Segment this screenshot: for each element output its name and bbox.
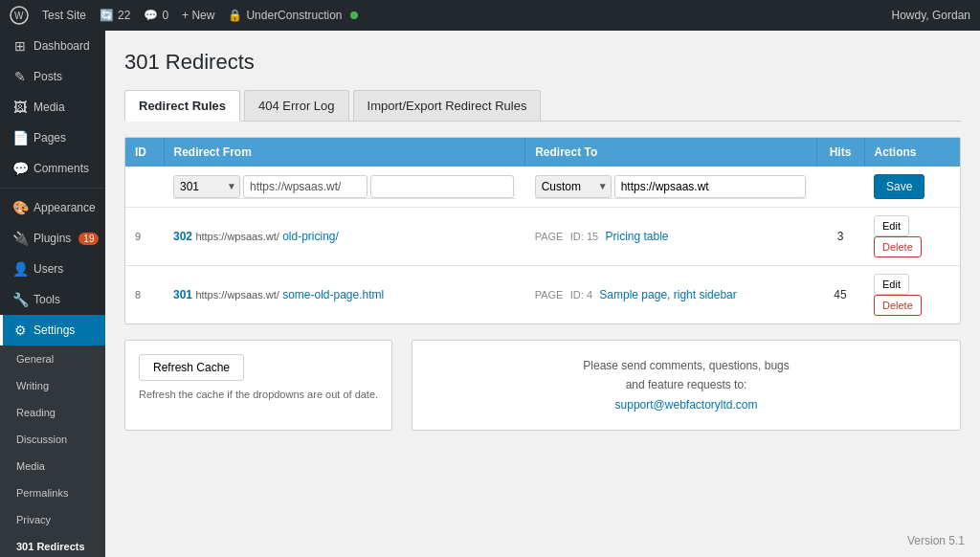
- to-url-input[interactable]: [614, 175, 806, 198]
- underconstruction-link[interactable]: 🔒 UnderConstruction: [228, 9, 357, 22]
- row2-id-value: 8: [135, 289, 141, 301]
- support-email-link[interactable]: support@webfactoryltd.com: [615, 398, 758, 412]
- posts-icon: ✎: [12, 69, 28, 84]
- page-title: 301 Redirects: [124, 50, 961, 75]
- to-type-select[interactable]: Custom Page Post: [535, 175, 612, 198]
- row2-edit-button[interactable]: Edit: [874, 274, 909, 295]
- sidebar-item-settings[interactable]: ⚙ Settings: [0, 315, 105, 345]
- row1-delete-button[interactable]: Delete: [874, 236, 922, 257]
- general-sub-label: General: [16, 353, 54, 365]
- submenu-item-media[interactable]: Media: [0, 453, 105, 479]
- status-indicator: [350, 11, 358, 19]
- sidebar-item-appearance[interactable]: 🎨 Appearance: [0, 192, 105, 223]
- submenu-item-reading[interactable]: Reading: [0, 399, 105, 426]
- pages-icon: 📄: [12, 130, 28, 145]
- row2-from-url: https://wpsaas.wt/: [195, 289, 278, 301]
- privacy-sub-label: Privacy: [16, 514, 51, 525]
- submenu-item-writing[interactable]: Writing: [0, 372, 105, 399]
- row1-to-type: PAGE: [535, 231, 564, 242]
- users-label: Users: [33, 262, 63, 276]
- wp-logo-link[interactable]: W: [10, 6, 29, 25]
- row2-delete-button[interactable]: Delete: [874, 295, 922, 316]
- sidebar-item-dashboard[interactable]: ⊞ Dashboard: [0, 31, 105, 61]
- version-text: Version 5.1: [907, 534, 965, 547]
- submenu-item-general[interactable]: General: [0, 345, 105, 372]
- discussion-sub-label: Discussion: [16, 434, 67, 445]
- info-box: Please send comments, questions, bugs an…: [412, 340, 961, 431]
- col-header-actions: Actions: [864, 138, 960, 167]
- permalinks-sub-label: Permalinks: [16, 487, 68, 499]
- add-row-hits-cell: [816, 167, 864, 208]
- navigation-tabs: Redirect Rules 404 Error Log Import/Expo…: [124, 90, 961, 122]
- redirects-table: ID Redirect From Redirect To Hits Action…: [125, 138, 960, 323]
- reading-sub-label: Reading: [16, 407, 56, 418]
- admin-bar: W Test Site 🔄 22 💬 0 + New 🔒 UnderConstr…: [0, 0, 980, 31]
- refresh-cache-button[interactable]: Refresh Cache: [139, 354, 244, 381]
- media-icon: 🖼: [12, 100, 28, 115]
- site-name: Test Site: [42, 9, 86, 22]
- submenu-item-discussion[interactable]: Discussion: [0, 426, 105, 453]
- submenu-item-301-redirects[interactable]: 301 Redirects: [0, 533, 105, 557]
- tools-icon: 🔧: [12, 292, 28, 307]
- redirect-code-select[interactable]: 301 302: [173, 175, 240, 198]
- update-count: 22: [118, 9, 130, 22]
- sidebar-item-media[interactable]: 🖼 Media: [0, 92, 105, 123]
- tab-404-error-log[interactable]: 404 Error Log: [244, 90, 349, 121]
- save-redirect-button[interactable]: Save: [874, 174, 924, 199]
- appearance-label: Appearance: [33, 201, 96, 214]
- row1-id-value: 9: [135, 231, 141, 242]
- col-header-hits: Hits: [816, 138, 864, 167]
- plugins-badge: 19: [78, 233, 99, 245]
- pages-label: Pages: [33, 131, 66, 145]
- info-text-2: and feature requests to:: [432, 375, 941, 394]
- row1-to-title[interactable]: Pricing table: [605, 230, 668, 243]
- row2-to-type: PAGE: [535, 289, 564, 301]
- new-content-link[interactable]: + New: [182, 9, 214, 22]
- row1-to: PAGE ID: 15 Pricing table: [525, 208, 816, 266]
- add-row-to-cell: Custom Page Post ▼: [525, 167, 816, 208]
- row2-id: 8: [125, 266, 164, 324]
- row2-to-title[interactable]: Sample page, right sidebar: [599, 288, 736, 301]
- from-path-input[interactable]: [370, 175, 514, 198]
- row2-hits: 45: [816, 266, 864, 324]
- table-row: 9 302 https://wpsaas.wt/ old-pricing/ PA…: [125, 208, 960, 266]
- site-name-link[interactable]: Test Site: [42, 9, 86, 22]
- add-row-actions-cell: Save: [864, 167, 960, 208]
- updates-link[interactable]: 🔄 22: [100, 9, 130, 22]
- tab-redirect-rules[interactable]: Redirect Rules: [124, 90, 240, 122]
- bottom-section: Refresh Cache Refresh the cache if the d…: [124, 340, 961, 431]
- row1-id: 9: [125, 208, 164, 266]
- row1-actions: Edit Delete: [864, 208, 960, 266]
- from-url-input[interactable]: [243, 175, 368, 198]
- col-header-redirect-to: Redirect To: [525, 138, 816, 167]
- table-row: 8 301 https://wpsaas.wt/ some-old-page.h…: [125, 266, 960, 324]
- comments-icon: 💬: [144, 9, 158, 22]
- cache-box: Refresh Cache Refresh the cache if the d…: [124, 340, 392, 431]
- row2-from-path[interactable]: some-old-page.html: [282, 288, 384, 301]
- row2-actions: Edit Delete: [864, 266, 960, 324]
- construction-label: UnderConstruction: [246, 9, 342, 22]
- sidebar-item-tools[interactable]: 🔧 Tools: [0, 284, 105, 315]
- redirects-table-container: ID Redirect From Redirect To Hits Action…: [124, 137, 961, 324]
- posts-label: Posts: [33, 70, 62, 83]
- sidebar-item-posts[interactable]: ✎ Posts: [0, 61, 105, 92]
- users-icon: 👤: [12, 261, 28, 277]
- row2-to-id: ID: 4: [570, 289, 592, 301]
- col-header-id: ID: [125, 138, 164, 167]
- sidebar-item-users[interactable]: 👤 Users: [0, 254, 105, 284]
- svg-text:W: W: [14, 11, 24, 21]
- row2-to: PAGE ID: 4 Sample page, right sidebar: [525, 266, 816, 324]
- cache-hint-text: Refresh the cache if the dropdowns are o…: [139, 389, 378, 400]
- media-sub-label: Media: [16, 460, 45, 472]
- row1-edit-button[interactable]: Edit: [874, 215, 909, 236]
- sidebar-item-plugins[interactable]: 🔌 Plugins 19: [0, 223, 105, 254]
- comments-link[interactable]: 💬 0: [144, 9, 168, 22]
- sidebar-item-pages[interactable]: 📄 Pages: [0, 123, 105, 153]
- row1-code: 302: [173, 230, 192, 243]
- sidebar-item-comments[interactable]: 💬 Comments: [0, 153, 105, 184]
- submenu-item-privacy[interactable]: Privacy: [0, 506, 105, 533]
- submenu-item-permalinks[interactable]: Permalinks: [0, 479, 105, 506]
- row1-from-path[interactable]: old-pricing/: [282, 230, 339, 243]
- tab-import-export[interactable]: Import/Export Redirect Rules: [353, 90, 542, 121]
- add-row-from-cell: 301 302 ▼: [164, 167, 525, 208]
